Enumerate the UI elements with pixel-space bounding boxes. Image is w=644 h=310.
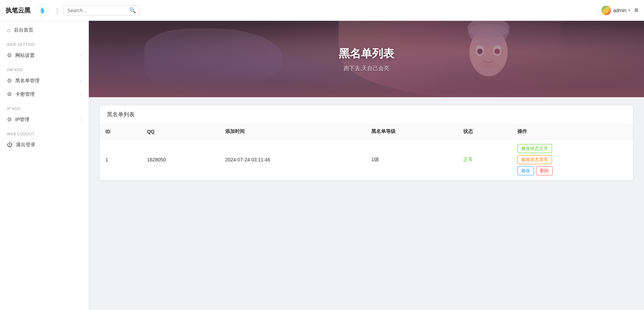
main-content: 黑名单列表 跑下去,天自己会亮 黑名单列表 ID QQ 添加时间 黑名单等级 状… [89,21,644,310]
gear-icon-3: ⚙ [7,91,12,98]
gear-icon-2: ⚙ [7,77,12,84]
svg-marker-0 [603,8,609,13]
logo: 执笔云黑 [6,6,31,15]
droplet-icon: 💧 [39,7,46,14]
power-icon: ⏻ [7,142,12,148]
sidebar-item-label: 退出登录 [16,142,82,148]
col-status: 状态 [458,124,512,139]
btn-delete[interactable]: 删除 [536,166,553,175]
user-badge[interactable]: admin ▾ [601,6,630,15]
user-dropdown-arrow: ▾ [628,8,630,12]
banner-anime-decoration [433,21,544,97]
sidebar-item-label: 后台首页 [14,27,82,33]
sidebar-item-blacklist-mgmt[interactable]: ⚙ 黑名单管理 ‹ [0,74,88,87]
chevron-icon-1: ‹ [80,53,82,58]
sidebar-item-label: 黑名单管理 [15,78,77,84]
banner-subtitle: 跑下去,天自己会亮 [344,65,389,72]
chevron-icon-3: ‹ [80,92,82,97]
layout: ⌂ 后台首页 WEB SETTING ⚙ 网站设置 ‹ HM ADD ⚙ 黑名单… [0,21,644,310]
header-right: admin ▾ ≡ [601,6,638,15]
cell-status: 正常 [458,139,512,181]
sidebar-item-ip-mgmt[interactable]: ⚙ IP管理 ‹ [0,113,88,126]
section-label-hm-add: HM ADD [0,62,88,74]
search-input[interactable] [67,8,129,13]
section-label-web-setting: WEB SETTING [0,37,88,49]
chevron-icon-4: ‹ [80,117,82,122]
btn-set-normal[interactable]: 修改状态正常 [517,144,552,153]
chevron-icon-2: ‹ [80,78,82,83]
col-id: ID [100,124,142,139]
col-add-time: 添加时间 [220,124,366,139]
sidebar-item-label: IP管理 [15,117,77,123]
btn-row-edit-delete: 修改 删除 [517,166,553,175]
home-icon: ⌂ [7,27,10,33]
search-icon[interactable]: 🔍 [129,7,136,14]
col-level: 黑名单等级 [366,124,458,139]
table-card-title: 黑名单列表 [100,106,633,124]
banner: 黑名单列表 跑下去,天自己会亮 [89,21,644,97]
svg-point-5 [494,49,500,54]
action-buttons: 修改状态正常 修改状态异常 修改 删除 [517,144,627,175]
table-card: 黑名单列表 ID QQ 添加时间 黑名单等级 状态 操作 1 [100,106,633,180]
cell-id: 1 [100,139,142,181]
cell-qq: 1628050 [142,139,220,181]
sidebar-item-label: 网站设置 [15,52,77,59]
cell-add-time: 2024-07-24 03:11:46 [220,139,366,181]
hamburger-menu-icon[interactable]: ≡ [634,6,638,14]
cell-actions: 修改状态正常 修改状态异常 修改 删除 [512,139,633,181]
svg-point-4 [477,49,483,54]
table-section: 黑名单列表 ID QQ 添加时间 黑名单等级 状态 操作 1 [89,97,644,188]
droplet-icon-btn[interactable]: 💧 [36,4,49,17]
sidebar-item-home[interactable]: ⌂ 后台首页 [0,24,88,37]
col-qq: QQ [142,124,220,139]
table-body: 1 1628050 2024-07-24 03:11:46 1级 正常 修改状态… [100,139,633,181]
section-label-web-logout: WEB LOGOUT [0,126,88,138]
sidebar-item-label: 卡密管理 [15,91,77,98]
search-bar: 🔍 [63,5,140,15]
table-header-row: ID QQ 添加时间 黑名单等级 状态 操作 [100,124,633,139]
top-header: 执笔云黑 💧 ⋮ 🔍 admin ▾ ≡ [0,0,644,21]
user-name: admin [613,8,626,13]
btn-edit[interactable]: 修改 [517,166,534,175]
sidebar-item-website-settings[interactable]: ⚙ 网站设置 ‹ [0,49,88,62]
more-options-icon[interactable]: ⋮ [54,7,61,14]
table-row: 1 1628050 2024-07-24 03:11:46 1级 正常 修改状态… [100,139,633,181]
svg-point-6 [482,63,495,69]
sidebar-item-logout[interactable]: ⏻ 退出登录 [0,138,88,151]
banner-title: 黑名单列表 [339,46,394,61]
table-head: ID QQ 添加时间 黑名单等级 状态 操作 [100,124,633,139]
status-badge: 正常 [463,157,473,162]
gear-icon-1: ⚙ [7,52,12,59]
sidebar: ⌂ 后台首页 WEB SETTING ⚙ 网站设置 ‹ HM ADD ⚙ 黑名单… [0,21,89,310]
btn-set-abnormal[interactable]: 修改状态异常 [517,155,552,164]
cell-level: 1级 [366,139,458,181]
blacklist-table: ID QQ 添加时间 黑名单等级 状态 操作 1 1628050 2024-07… [100,124,633,180]
gear-icon-4: ⚙ [7,116,12,123]
col-action: 操作 [512,124,633,139]
section-label-ip-add: IP ADD [0,101,88,113]
sidebar-item-card-mgmt[interactable]: ⚙ 卡密管理 ‹ [0,87,88,101]
avatar [601,6,611,15]
